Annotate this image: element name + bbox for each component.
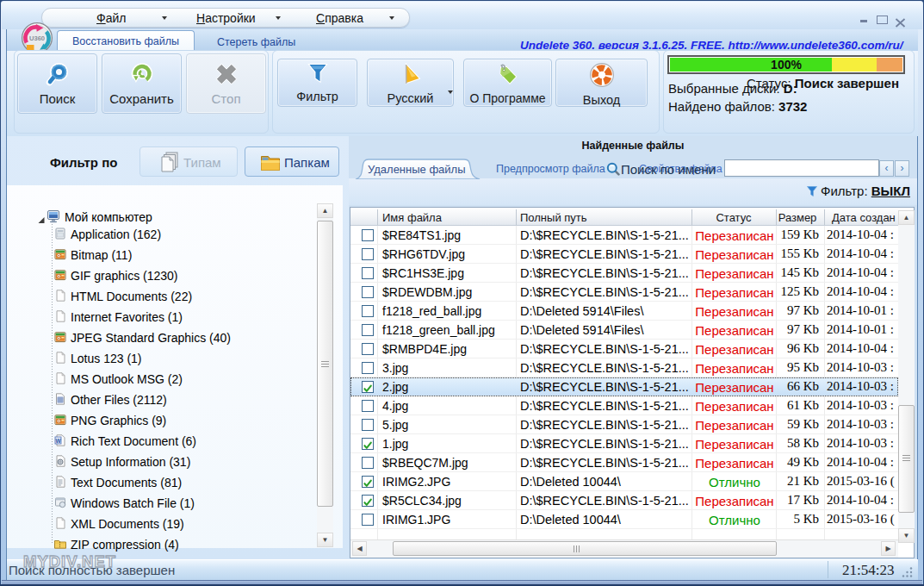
svg-text:W: W xyxy=(55,438,61,444)
svg-text:U360: U360 xyxy=(29,34,45,42)
